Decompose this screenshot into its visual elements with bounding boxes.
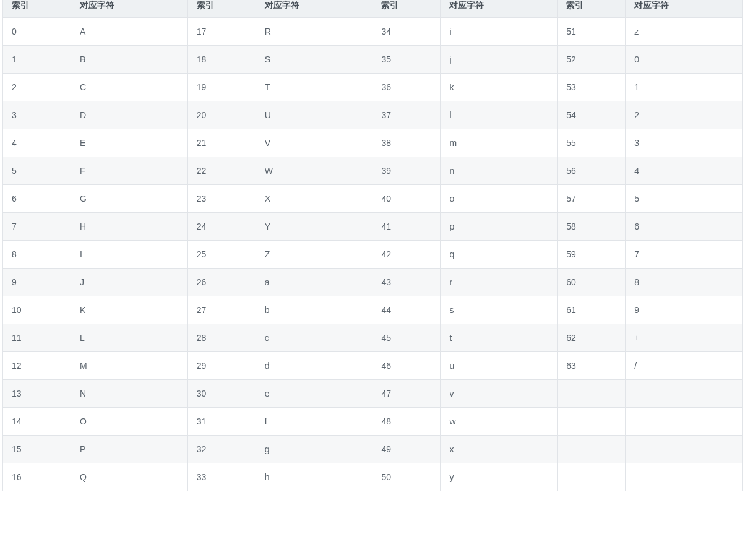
cell-char: 5 — [626, 185, 743, 213]
cell-index: 21 — [187, 129, 256, 157]
cell-index: 42 — [372, 241, 441, 269]
cell-index: 24 — [187, 213, 256, 241]
header-char-3: 对应字符 — [441, 0, 558, 18]
cell-index: 35 — [372, 46, 441, 74]
cell-index: 8 — [3, 241, 71, 269]
cell-index: 20 — [187, 101, 256, 129]
cell-char: 4 — [626, 157, 743, 185]
table-row: 13 N 30 e 47 v — [3, 380, 743, 408]
cell-index: 59 — [558, 241, 626, 269]
header-index-2: 索引 — [187, 0, 256, 18]
cell-char: g — [256, 436, 372, 463]
cell-char: A — [71, 18, 187, 46]
table-row: 11 L 28 c 45 t 62 + — [3, 324, 743, 352]
cell-index: 40 — [372, 185, 441, 213]
cell-index: 60 — [558, 269, 626, 296]
cell-index: 25 — [187, 241, 256, 269]
cell-index: 9 — [3, 269, 71, 296]
cell-char: 6 — [626, 213, 743, 241]
cell-index: 45 — [372, 324, 441, 352]
cell-char: w — [441, 408, 558, 436]
cell-index: 30 — [187, 380, 256, 408]
cell-index — [558, 408, 626, 436]
header-index-1: 索引 — [3, 0, 71, 18]
cell-char: V — [256, 129, 372, 157]
cell-char: f — [256, 408, 372, 436]
cell-char: q — [441, 241, 558, 269]
cell-index — [558, 380, 626, 408]
cell-char: Z — [256, 241, 372, 269]
cell-char: F — [71, 157, 187, 185]
cell-char: p — [441, 213, 558, 241]
cell-index: 14 — [3, 408, 71, 436]
cell-char: N — [71, 380, 187, 408]
section-divider — [2, 509, 743, 509]
cell-index: 62 — [558, 324, 626, 352]
cell-char: G — [71, 185, 187, 213]
cell-char: P — [71, 436, 187, 463]
cell-char: o — [441, 185, 558, 213]
cell-index: 44 — [372, 296, 441, 324]
cell-char: U — [256, 101, 372, 129]
cell-char: e — [256, 380, 372, 408]
cell-char: m — [441, 129, 558, 157]
cell-char: B — [71, 46, 187, 74]
table-row: 8 I 25 Z 42 q 59 7 — [3, 241, 743, 269]
cell-char: R — [256, 18, 372, 46]
cell-index: 18 — [187, 46, 256, 74]
cell-index: 4 — [3, 129, 71, 157]
cell-char: + — [626, 324, 743, 352]
cell-char: T — [256, 74, 372, 101]
table-header-row: 索引 对应字符 索引 对应字符 索引 对应字符 索引 对应字符 — [3, 0, 743, 18]
table-row: 4 E 21 V 38 m 55 3 — [3, 129, 743, 157]
cell-index: 36 — [372, 74, 441, 101]
cell-char: O — [71, 408, 187, 436]
cell-char: a — [256, 269, 372, 296]
table-body: 0 A 17 R 34 i 51 z 1 B 18 S 35 j 52 0 2 — [3, 18, 743, 491]
cell-index: 53 — [558, 74, 626, 101]
table-row: 6 G 23 X 40 o 57 5 — [3, 185, 743, 213]
cell-char: 7 — [626, 241, 743, 269]
cell-index — [558, 463, 626, 491]
cell-char: M — [71, 352, 187, 380]
cell-char: c — [256, 324, 372, 352]
cell-char: l — [441, 101, 558, 129]
header-char-4: 对应字符 — [626, 0, 743, 18]
cell-char: t — [441, 324, 558, 352]
cell-index: 46 — [372, 352, 441, 380]
cell-index: 26 — [187, 269, 256, 296]
cell-char: v — [441, 380, 558, 408]
cell-index: 55 — [558, 129, 626, 157]
cell-char: d — [256, 352, 372, 380]
cell-char: H — [71, 213, 187, 241]
cell-char: 3 — [626, 129, 743, 157]
cell-char: 2 — [626, 101, 743, 129]
cell-index: 28 — [187, 324, 256, 352]
cell-index: 0 — [3, 18, 71, 46]
cell-char: Q — [71, 463, 187, 491]
cell-index: 22 — [187, 157, 256, 185]
table-row: 16 Q 33 h 50 y — [3, 463, 743, 491]
cell-char: K — [71, 296, 187, 324]
cell-index: 48 — [372, 408, 441, 436]
cell-char: S — [256, 46, 372, 74]
cell-index: 33 — [187, 463, 256, 491]
table-row: 3 D 20 U 37 l 54 2 — [3, 101, 743, 129]
cell-char: k — [441, 74, 558, 101]
cell-index: 61 — [558, 296, 626, 324]
table-row: 2 C 19 T 36 k 53 1 — [3, 74, 743, 101]
cell-index: 12 — [3, 352, 71, 380]
cell-char — [626, 408, 743, 436]
cell-index: 2 — [3, 74, 71, 101]
cell-index: 19 — [187, 74, 256, 101]
cell-char: u — [441, 352, 558, 380]
cell-char: 0 — [626, 46, 743, 74]
header-char-1: 对应字符 — [71, 0, 187, 18]
table-row: 15 P 32 g 49 x — [3, 436, 743, 463]
cell-index: 31 — [187, 408, 256, 436]
cell-index: 3 — [3, 101, 71, 129]
cell-char: j — [441, 46, 558, 74]
cell-index: 7 — [3, 213, 71, 241]
cell-index: 10 — [3, 296, 71, 324]
cell-index: 38 — [372, 129, 441, 157]
